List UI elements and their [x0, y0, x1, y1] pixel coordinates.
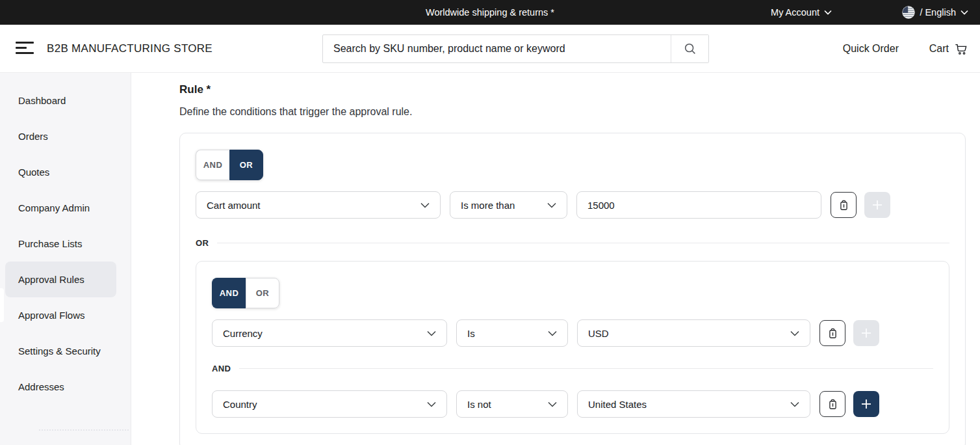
trash-icon — [827, 327, 839, 340]
search-input[interactable] — [323, 35, 671, 62]
condition-comparator-select[interactable]: Is not — [456, 390, 568, 418]
plus-icon — [871, 198, 884, 211]
select-value: Is not — [467, 399, 491, 410]
select-value: Country — [223, 399, 257, 410]
hamburger-menu-icon[interactable] — [16, 42, 34, 56]
cart-link[interactable]: Cart — [929, 25, 968, 73]
page-subtitle: Define the conditions that trigger the a… — [179, 106, 966, 118]
condition-row-cart-amount: Cart amount Is more than — [196, 191, 949, 219]
outer-toggle-or-button[interactable]: OR — [229, 150, 263, 180]
condition-comparator-select[interactable]: Is — [456, 319, 568, 347]
chevron-down-icon — [824, 10, 832, 15]
sidebar-item-label: Approval Flows — [18, 310, 85, 321]
chevron-down-icon — [547, 202, 556, 208]
trash-icon — [827, 398, 839, 411]
divider-line — [217, 243, 949, 243]
condition-row-currency: Currency Is USD — [212, 319, 933, 347]
or-divider: OR — [196, 238, 949, 248]
condition-field-select[interactable]: Country — [212, 390, 447, 418]
chevron-down-icon — [961, 10, 968, 15]
select-value: Is more than — [461, 200, 515, 211]
add-condition-button[interactable] — [864, 192, 890, 218]
and-divider-label: AND — [212, 364, 231, 373]
delete-condition-button[interactable] — [831, 192, 857, 218]
sidebar-item-label: Dashboard — [18, 95, 66, 106]
trash-icon — [838, 199, 850, 211]
inner-toggle-and-button[interactable]: AND — [212, 278, 246, 308]
chevron-down-icon — [420, 202, 430, 208]
site-header: B2B MANUFACTURING STORE Quick Order Cart — [0, 25, 980, 73]
my-account-menu[interactable]: My Account — [771, 0, 832, 25]
shopping-cart-icon — [954, 42, 968, 56]
outer-toggle-and-button[interactable]: AND — [196, 150, 229, 180]
condition-comparator-select[interactable]: Is more than — [450, 191, 567, 219]
chevron-down-icon — [548, 401, 557, 407]
search-box — [322, 34, 709, 63]
chevron-down-icon — [790, 330, 799, 336]
condition-value-input[interactable] — [576, 191, 821, 219]
sidebar-nav: Dashboard Orders Quotes Company Admin Pu… — [0, 73, 131, 445]
and-divider: AND — [212, 364, 933, 373]
condition-field-select[interactable]: Currency — [212, 319, 447, 347]
language-label: / English — [920, 7, 956, 18]
us-flag-icon — [902, 6, 915, 19]
sidebar-item-settings-security[interactable]: Settings & Security — [0, 333, 131, 369]
or-divider-label: OR — [196, 238, 209, 248]
quick-order-label: Quick Order — [843, 43, 899, 55]
inner-and-or-toggle: AND OR — [212, 278, 279, 308]
chevron-down-icon — [427, 401, 436, 407]
announcement-text: Worldwide shipping & returns * — [426, 7, 554, 18]
sidebar-item-label: Quotes — [18, 167, 49, 178]
magnifier-icon — [683, 42, 697, 56]
sidebar-item-approval-flows[interactable]: Approval Flows — [0, 297, 131, 333]
rule-group-inner: AND OR Currency Is — [196, 261, 949, 434]
store-logo-text[interactable]: B2B MANUFACTURING STORE — [47, 25, 213, 73]
sidebar-item-label: Addresses — [18, 381, 64, 392]
add-condition-button[interactable] — [853, 391, 879, 417]
select-value: USD — [588, 328, 609, 339]
sidebar-scroll-indicator[interactable] — [0, 288, 4, 322]
select-value: Cart amount — [207, 200, 261, 211]
rule-group-outer: AND OR Cart amount Is more than — [179, 133, 966, 445]
sidebar-item-purchase-lists[interactable]: Purchase Lists — [0, 226, 131, 262]
sidebar-item-label: Company Admin — [18, 202, 90, 213]
search-button[interactable] — [671, 35, 708, 62]
sidebar-item-approval-rules[interactable]: Approval Rules — [5, 262, 116, 297]
page-title: Rule * — [179, 83, 966, 96]
select-value: United States — [588, 399, 647, 410]
sidebar-divider-dots — [39, 429, 129, 431]
outer-and-or-toggle: AND OR — [196, 150, 263, 180]
plus-icon — [860, 398, 873, 411]
sidebar-item-label: Purchase Lists — [18, 238, 82, 249]
select-value: Is — [467, 328, 475, 339]
sidebar-item-dashboard[interactable]: Dashboard — [0, 83, 131, 118]
sidebar-item-label: Settings & Security — [18, 345, 101, 357]
plus-icon — [860, 327, 873, 340]
cart-label: Cart — [929, 43, 949, 55]
sidebar-item-quotes[interactable]: Quotes — [0, 154, 131, 190]
quick-order-link[interactable]: Quick Order — [843, 25, 899, 73]
sidebar-item-company-admin[interactable]: Company Admin — [0, 190, 131, 226]
delete-condition-button[interactable] — [819, 320, 845, 346]
sidebar-item-label: Orders — [18, 131, 48, 142]
sidebar-item-label: Approval Rules — [18, 274, 84, 285]
chevron-down-icon — [548, 330, 557, 336]
delete-condition-button[interactable] — [819, 391, 845, 417]
chevron-down-icon — [427, 330, 436, 336]
sidebar-item-orders[interactable]: Orders — [0, 118, 131, 154]
add-condition-button[interactable] — [853, 320, 879, 346]
select-value: Currency — [223, 328, 263, 339]
condition-field-select[interactable]: Cart amount — [196, 191, 441, 219]
app-window: Worldwide shipping & returns * My Accoun… — [0, 0, 980, 445]
language-selector[interactable]: / English — [902, 0, 968, 25]
condition-value-select[interactable]: USD — [577, 319, 810, 347]
condition-row-country: Country Is not United States — [212, 390, 933, 418]
sidebar-item-addresses[interactable]: Addresses — [0, 369, 131, 405]
inner-toggle-or-button[interactable]: OR — [246, 278, 279, 308]
chevron-down-icon — [790, 401, 799, 407]
divider-line — [239, 368, 933, 369]
condition-value-select[interactable]: United States — [577, 390, 810, 418]
my-account-label: My Account — [771, 7, 819, 18]
announcement-bar: Worldwide shipping & returns * My Accoun… — [0, 0, 980, 25]
main-content: Rule * Define the conditions that trigge… — [131, 73, 980, 445]
